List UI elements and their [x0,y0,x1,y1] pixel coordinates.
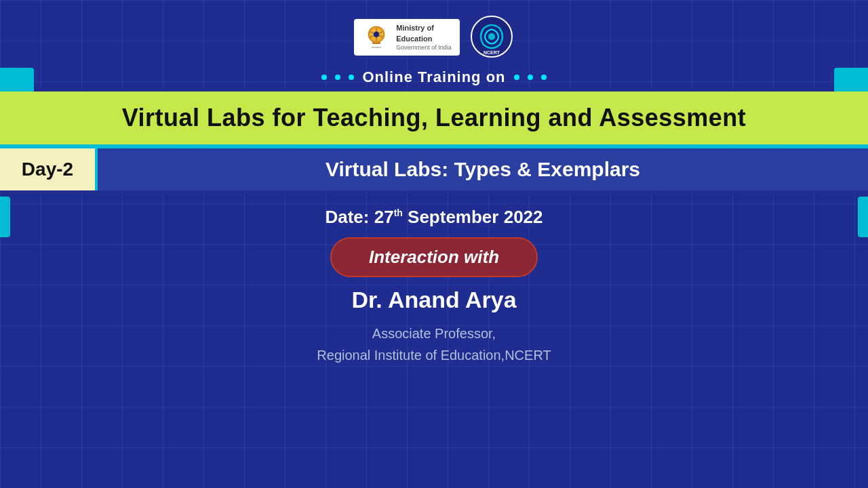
banner-title: Virtual Labs for Teaching, Learning and … [54,104,814,132]
ncert-logo-icon: NCERT [470,15,514,59]
training-row: Online Training on [321,68,546,86]
dot-3 [349,75,354,80]
day-subtitle-block: Virtual Labs: Types & Exemplars [95,148,868,190]
day-subtitle-text: Virtual Labs: Types & Exemplars [326,158,640,181]
header-logos: सत्यमेव जयते Ministry of Education Gover… [354,15,514,59]
svg-point-9 [488,33,495,40]
interaction-button: Interaction with [330,237,538,277]
day-badge: Day-2 [0,148,95,190]
training-label: Online Training on [362,68,505,86]
svg-text:सत्यमेव जयते: सत्यमेव जयते [371,45,382,48]
india-emblem-icon: सत्यमेव जयते [362,23,391,52]
content-section: Date: 27th September 2022 Interaction wi… [317,207,551,366]
deco-left-bottom [0,197,10,237]
main-container: सत्यमेव जयते Ministry of Education Gover… [0,0,868,488]
dot-1 [321,75,327,80]
dot-6 [541,75,547,80]
dot-4 [514,75,519,80]
deco-right-bottom [858,197,868,237]
svg-text:NCERT: NCERT [484,50,500,55]
ministry-text: Ministry of Education Government of Indi… [396,23,452,51]
day-row: Day-2 Virtual Labs: Types & Exemplars [0,148,868,190]
ncert-logo-block: NCERT [470,15,514,59]
green-banner: Virtual Labs for Teaching, Learning and … [0,92,868,144]
svg-rect-6 [372,41,380,43]
speaker-name: Dr. Anand Arya [351,287,516,313]
speaker-title: Associate Professor, Regional Institute … [317,323,551,366]
interaction-label: Interaction with [369,247,499,267]
date-display: Date: 27th September 2022 [325,207,542,228]
dot-5 [528,75,533,80]
ministry-logo-block: सत्यमेव जयते Ministry of Education Gover… [354,19,460,56]
dot-2 [335,75,340,80]
day-badge-text: Day-2 [22,159,73,180]
